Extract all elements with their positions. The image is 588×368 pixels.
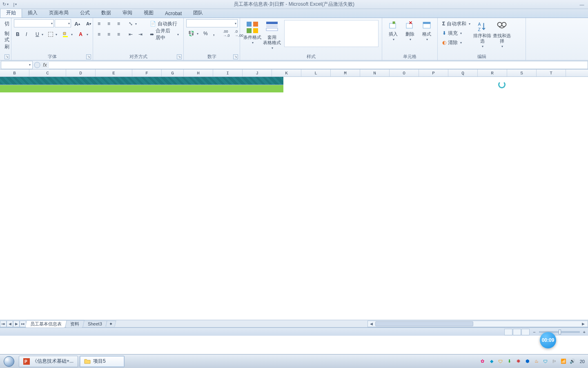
tab-insert[interactable]: 插入 [22,8,43,18]
start-button[interactable] [0,355,18,368]
wrap-text-button[interactable]: 📄自动换行 [148,19,181,28]
tab-home[interactable]: 开始 [0,8,22,18]
taskbar-item-ppt[interactable]: P 《信息技术基础+... [19,356,78,367]
find-select-button[interactable]: 查找和选择▾ [492,19,512,50]
tray-icon-3[interactable]: 🛡 [497,358,504,365]
horizontal-scrollbar[interactable]: ◀ ▶ [368,321,588,327]
increase-indent-button[interactable]: ⇥ [136,30,145,39]
grow-font-button[interactable]: A▴ [72,19,82,28]
sheet-nav-next[interactable]: ▶ [13,321,20,327]
worksheet-grid[interactable] [0,77,588,320]
tab-data[interactable]: 数据 [96,8,117,18]
tray-icon-5[interactable]: ❋ [515,358,522,365]
sort-filter-button[interactable]: AZ 排序和筛选▾ [472,19,492,50]
row-1-filled[interactable] [0,77,283,85]
row-2-filled[interactable] [0,85,283,92]
font-color-button[interactable]: A▾ [76,30,90,39]
tray-icon-volume[interactable]: 🔊 [569,358,576,365]
font-name-combo[interactable]: ▾ [14,19,54,27]
align-center-button[interactable]: ≡ [105,30,114,39]
align-right-button[interactable]: ≡ [115,30,124,39]
sheet-nav-first[interactable]: ⏮ [0,321,7,327]
number-dialog-launcher[interactable]: ↘ [233,54,238,59]
format-cells-button[interactable]: 格式▾ [418,19,435,43]
column-header-D[interactable]: D [66,70,96,76]
number-format-combo[interactable]: ▾ [186,19,238,27]
sheet-tab-3[interactable]: Sheet3 [82,321,107,327]
zoom-knob[interactable] [559,330,561,334]
zoom-in-button[interactable]: + [583,330,586,334]
name-box[interactable]: ▾ [1,61,33,69]
tab-formulas[interactable]: 公式 [74,8,96,18]
zoom-out-button[interactable]: − [533,330,535,334]
column-header-H[interactable]: H [184,70,213,76]
column-header-N[interactable]: N [360,70,390,76]
view-normal-button[interactable] [504,329,512,335]
tray-icon-7[interactable]: ♨ [533,358,540,365]
fill-button[interactable]: ⬇填充▾ [440,29,472,38]
sheet-tab-1[interactable]: 员工基本信息表 [25,320,67,328]
column-header-E[interactable]: E [96,70,132,76]
hscroll-thumb[interactable] [375,321,473,326]
tab-review[interactable]: 审阅 [117,8,138,18]
cut-button[interactable]: 切 [2,19,11,28]
underline-button[interactable]: U▾ [33,30,45,39]
column-header-R[interactable]: R [478,70,507,76]
new-sheet-button[interactable]: ✦ [105,321,116,327]
qat-customize[interactable]: |▾ [11,1,19,8]
tray-icon-1[interactable]: ✿ [479,358,486,365]
sheet-tab-2[interactable]: 资料 [65,320,85,328]
column-header-F[interactable]: F [132,70,162,76]
merge-center-button[interactable]: ⬌合并后居中▾ [148,30,181,39]
italic-button[interactable]: I [24,30,33,39]
column-header-Q[interactable]: Q [448,70,478,76]
orientation-button[interactable]: ⤡▾ [127,19,139,28]
redo-button[interactable]: ↻▾ [2,1,9,8]
column-header-J[interactable]: J [243,70,272,76]
tab-team[interactable]: 团队 [187,8,209,18]
decrease-indent-button[interactable]: ⇤ [127,30,136,39]
tab-page-layout[interactable]: 页面布局 [43,8,74,18]
tab-acrobat[interactable]: Acrobat [159,9,187,18]
accounting-format-button[interactable]: 💱▾ [186,29,200,38]
fill-color-button[interactable]: ▾ [60,30,75,39]
conditional-formatting-button[interactable]: 条件格式▾ [243,19,262,47]
alignment-dialog-launcher[interactable]: ↘ [177,54,182,59]
font-dialog-launcher[interactable]: ↘ [86,54,91,59]
hscroll-left[interactable]: ◀ [368,321,374,327]
taskbar-clock[interactable]: 20 [580,359,585,364]
percent-format-button[interactable]: % [201,29,210,38]
minimize-button[interactable]: — [578,1,586,8]
align-left-button[interactable]: ≡ [96,30,105,39]
column-header-P[interactable]: P [419,70,448,76]
increase-decimal-button[interactable]: .00→.0 [221,29,232,38]
hscroll-right[interactable]: ▶ [579,321,588,327]
cell-styles-gallery[interactable] [284,20,379,47]
column-header-I[interactable]: I [213,70,243,76]
align-top-button[interactable]: ≡ [96,19,105,28]
column-header-M[interactable]: M [331,70,360,76]
borders-button[interactable]: ▾ [46,30,59,39]
tray-icon-6[interactable]: ⬢ [524,358,531,365]
tray-icon-2[interactable]: ◆ [488,358,495,365]
view-page-layout-button[interactable] [513,329,521,335]
tray-icon-network[interactable]: 📶 [560,358,567,365]
column-header-S[interactable]: S [507,70,537,76]
column-header-L[interactable]: L [301,70,331,76]
clipboard-dialog-launcher[interactable]: ↘ [4,54,9,59]
taskbar-item-folder[interactable]: 项目5 [80,356,125,367]
formula-input[interactable] [49,61,588,69]
bold-button[interactable]: B [14,30,23,39]
font-size-combo[interactable]: ▾ [55,19,71,27]
column-header-O[interactable]: O [390,70,419,76]
column-header-C[interactable]: C [29,70,66,76]
column-header-T[interactable]: T [537,70,566,76]
autosum-button[interactable]: Σ自动求和▾ [440,19,472,28]
tab-view[interactable]: 视图 [138,8,159,18]
comma-format-button[interactable]: , [211,29,220,38]
tray-icon-4[interactable]: ⬇ [506,358,513,365]
tray-icon-8[interactable]: 🛡 [542,358,549,365]
insert-cells-button[interactable]: 插入▾ [385,19,401,43]
shrink-font-button[interactable]: A▾ [83,19,94,28]
align-middle-button[interactable]: ≡ [105,19,114,28]
